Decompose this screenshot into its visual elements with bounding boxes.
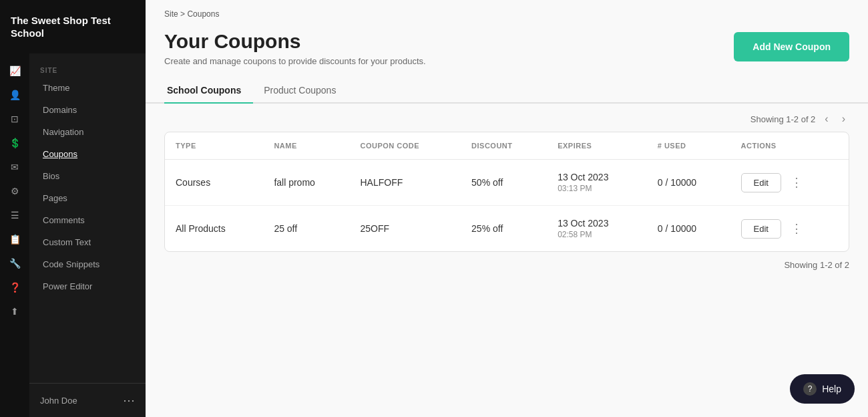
col-coupon-code: COUPON CODE [349,132,461,160]
sidebar-icon-pages[interactable]: ☰ [0,204,29,226]
help-icon: ? [803,382,817,396]
sidebar-bottom: John Doe ⋯ [29,383,146,417]
sidebar-icon-mail[interactable]: ✉ [0,156,29,178]
sidebar-item-navigation[interactable]: Navigation [29,121,146,143]
sidebar-user-name: John Doe [40,396,77,406]
row1-edit-button[interactable]: Edit [741,173,781,192]
row2-name: 25 off [263,206,349,252]
sidebar-icon-analytics[interactable]: 📈 [0,60,29,82]
col-actions: ACTIONS [730,132,849,160]
table-row: All Products 25 off 25OFF 25% off 13 Oct… [165,206,849,252]
tab-product-coupons[interactable]: Product Coupons [261,80,348,104]
sidebar-item-comments[interactable]: Comments [29,209,146,231]
sidebar-icon-settings[interactable]: ⚙ [0,180,29,202]
pagination-bottom: Showing 1-2 of 2 [146,252,868,278]
sidebar-item-theme[interactable]: Theme [29,77,146,99]
pagination-info-top: Showing 1-2 of 2 [750,114,816,124]
coupons-table: TYPE NAME COUPON CODE DISCOUNT EXPIRES #… [165,132,849,251]
row1-expires: 13 Oct 2023 03:13 PM [547,160,647,206]
table-header-row: TYPE NAME COUPON CODE DISCOUNT EXPIRES #… [165,132,849,160]
row2-used: 0 / 10000 [647,206,730,252]
col-type: TYPE [165,132,263,160]
table-row: Courses fall promo HALFOFF 50% off 13 Oc… [165,160,849,206]
row1-actions-cell: Edit ⋮ [741,173,838,192]
page-title: Your Coupons [164,29,426,53]
row2-type: All Products [165,206,263,252]
breadcrumb-site: Site [164,9,178,19]
row1-coupon-code: HALFOFF [349,160,461,206]
sidebar-item-coupons[interactable]: Coupons [29,143,146,165]
row2-coupon-code: 25OFF [349,206,461,252]
row1-discount: 50% off [461,160,547,206]
sidebar-section-site: SITE [29,57,146,77]
row2-actions: Edit ⋮ [730,206,849,252]
sidebar-icon-money[interactable]: 💲 [0,132,29,154]
tab-school-coupons[interactable]: School Coupons [164,80,253,104]
row2-expires: 13 Oct 2023 02:58 PM [547,206,647,252]
page-title-block: Your Coupons Create and manage coupons t… [164,29,426,66]
sidebar-icon-share[interactable]: ⬆ [0,301,29,322]
sidebar-icon-help[interactable]: ❓ [0,277,29,298]
row1-more-icon[interactable]: ⋮ [788,174,805,191]
sidebar-logo: The Sweet Shop Test School [0,0,146,53]
row2-more-icon[interactable]: ⋮ [788,220,805,237]
sidebar-icon-layout[interactable]: ⊡ [0,108,29,130]
pagination-next-button[interactable]: › [838,112,849,126]
tabs-row: School Coupons Product Coupons [146,66,868,104]
sidebar-icon-calendar[interactable]: 📋 [0,229,29,250]
school-name: The Sweet Shop Test School [11,14,135,40]
col-expires: EXPIRES [547,132,647,160]
col-used: # USED [647,132,730,160]
sidebar-item-pages[interactable]: Pages [29,187,146,209]
sidebar-icon-users[interactable]: 👤 [0,84,29,106]
pagination-info-bottom: Showing 1-2 of 2 [784,260,849,270]
page-subtitle: Create and manage coupons to provide dis… [164,56,426,66]
breadcrumb: Site > Coupons [146,0,868,19]
sidebar-more-icon[interactable]: ⋯ [123,393,135,408]
add-new-coupon-button[interactable]: Add New Coupon [734,32,849,61]
pagination-top: Showing 1-2 of 2 ‹ › [146,104,868,132]
help-button[interactable]: ? Help [790,374,855,404]
row1-name: fall promo [263,160,349,206]
main-content: Site > Coupons Your Coupons Create and m… [146,0,868,417]
breadcrumb-current: Coupons [187,9,219,19]
pagination-prev-button[interactable]: ‹ [821,112,832,126]
sidebar-item-code-snippets[interactable]: Code Snippets [29,253,146,275]
row2-actions-cell: Edit ⋮ [741,219,838,239]
row2-edit-button[interactable]: Edit [741,219,781,239]
sidebar-item-domains[interactable]: Domains [29,99,146,121]
col-discount: DISCOUNT [461,132,547,160]
row1-used: 0 / 10000 [647,160,730,206]
sidebar-icon-tools[interactable]: 🔧 [0,253,29,274]
sidebar-item-power-editor[interactable]: Power Editor [29,275,146,297]
coupons-table-container: TYPE NAME COUPON CODE DISCOUNT EXPIRES #… [164,132,849,252]
sidebar-item-custom-text[interactable]: Custom Text [29,231,146,253]
breadcrumb-separator: > [180,9,187,19]
page-header: Your Coupons Create and manage coupons t… [146,19,868,66]
help-label: Help [822,384,841,394]
sidebar: The Sweet Shop Test School 📈 👤 ⊡ 💲 ✉ ⚙ ☰… [0,0,146,417]
row1-type: Courses [165,160,263,206]
col-name: NAME [263,132,349,160]
row1-actions: Edit ⋮ [730,160,849,206]
sidebar-item-bios[interactable]: Bios [29,165,146,187]
row2-discount: 25% off [461,206,547,252]
